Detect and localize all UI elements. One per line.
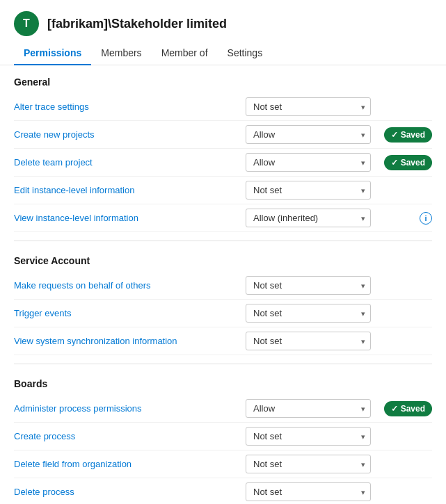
permission-select[interactable]: Not setAllowDenyAllow (inherited)Deny (i… (246, 455, 371, 473)
permission-label[interactable]: Trigger events (14, 308, 240, 318)
permission-select[interactable]: Not setAllowDenyAllow (inherited)Deny (i… (246, 427, 371, 446)
page-title: [fabrikam]\Stakeholder limited (47, 17, 227, 31)
permission-label[interactable]: Delete team project (14, 157, 240, 168)
nav-tabs: PermissionsMembersMember ofSettings (0, 42, 446, 65)
permission-label[interactable]: Delete process (14, 487, 240, 497)
permission-select[interactable]: Not setAllowDenyAllow (inherited)Deny (i… (246, 181, 371, 200)
permission-select-wrapper: Not setAllowDenyAllow (inherited)Deny (i… (246, 399, 371, 418)
check-icon: ✓ (391, 158, 398, 168)
permission-row: Alter trace settingsNot setAllowDenyAllo… (14, 93, 432, 121)
permission-select-wrapper: Not setAllowDenyAllow (inherited)Deny (i… (246, 482, 371, 501)
permission-select-wrapper: Not setAllowDenyAllow (inherited)Deny (i… (246, 97, 371, 116)
permission-label[interactable]: Create new projects (14, 129, 240, 140)
permission-select-wrapper: Not setAllowDenyAllow (inherited)Deny (i… (246, 153, 371, 172)
permission-select-wrapper: Not setAllowDenyAllow (inherited)Deny (i… (246, 455, 371, 473)
permission-row: Administer process permissionsNot setAll… (14, 395, 432, 423)
permission-row: Create new projectsNot setAllowDenyAllow… (14, 121, 432, 149)
permission-select[interactable]: Not setAllowDenyAllow (inherited)Deny (i… (246, 153, 371, 172)
tab-permissions[interactable]: Permissions (14, 42, 91, 65)
check-icon: ✓ (391, 130, 398, 140)
permission-row: View instance-level informationNot setAl… (14, 204, 432, 232)
section-boards: BoardsAdminister process permissionsNot … (14, 378, 432, 504)
permission-row: Delete team projectNot setAllowDenyAllow… (14, 149, 432, 177)
permission-row: View system synchronization informationN… (14, 327, 432, 355)
tab-member-of[interactable]: Member of (152, 42, 218, 65)
saved-badge: ✓Saved (384, 155, 432, 170)
permission-select[interactable]: Not setAllowDenyAllow (inherited)Deny (i… (246, 209, 371, 227)
saved-label: Saved (401, 158, 425, 168)
permission-label[interactable]: Alter trace settings (14, 101, 240, 112)
saved-label: Saved (401, 404, 425, 414)
row-action: ✓Saved (376, 127, 432, 143)
check-icon: ✓ (391, 404, 398, 414)
permission-label[interactable]: View system synchronization information (14, 336, 240, 346)
permission-row: Create processNot setAllowDenyAllow (inh… (14, 423, 432, 450)
permission-select-wrapper: Not setAllowDenyAllow (inherited)Deny (i… (246, 276, 371, 295)
permission-select[interactable]: Not setAllowDenyAllow (inherited)Deny (i… (246, 304, 371, 323)
permission-label[interactable]: Edit instance-level information (14, 185, 240, 195)
permission-select[interactable]: Not setAllowDenyAllow (inherited)Deny (i… (246, 125, 371, 144)
permission-select-wrapper: Not setAllowDenyAllow (inherited)Deny (i… (246, 427, 371, 446)
avatar: T (14, 11, 39, 36)
section-title: General (14, 76, 432, 88)
section-title: Service Account (14, 255, 432, 266)
permission-select[interactable]: Not setAllowDenyAllow (inherited)Deny (i… (246, 276, 371, 295)
permission-row: Edit instance-level informationNot setAl… (14, 177, 432, 204)
permission-select-wrapper: Not setAllowDenyAllow (inherited)Deny (i… (246, 304, 371, 323)
section-title: Boards (14, 378, 432, 389)
permission-row: Trigger eventsNot setAllowDenyAllow (inh… (14, 300, 432, 327)
section-service-account: Service AccountMake requests on behalf o… (14, 255, 432, 364)
permission-label[interactable]: Delete field from organization (14, 459, 240, 469)
permission-select[interactable]: Not setAllowDenyAllow (inherited)Deny (i… (246, 482, 371, 501)
saved-badge: ✓Saved (384, 127, 432, 143)
permission-select[interactable]: Not setAllowDenyAllow (inherited)Deny (i… (246, 399, 371, 418)
permission-row: Delete field from organizationNot setAll… (14, 450, 432, 478)
info-icon[interactable]: i (420, 212, 432, 225)
row-action: ✓Saved (376, 155, 432, 170)
row-action: ✓Saved (376, 401, 432, 416)
tab-settings[interactable]: Settings (218, 42, 273, 65)
permission-label[interactable]: Make requests on behalf of others (14, 280, 240, 291)
permission-select-wrapper: Not setAllowDenyAllow (inherited)Deny (i… (246, 209, 371, 227)
saved-badge: ✓Saved (384, 401, 432, 416)
page-header: T [fabrikam]\Stakeholder limited (0, 0, 446, 42)
permission-row: Delete processNot setAllowDenyAllow (inh… (14, 478, 432, 504)
permission-label[interactable]: Administer process permissions (14, 403, 240, 414)
main-content: GeneralAlter trace settingsNot setAllowD… (0, 65, 446, 504)
permission-select[interactable]: Not setAllowDenyAllow (inherited)Deny (i… (246, 332, 371, 350)
permission-label[interactable]: View instance-level information (14, 213, 240, 223)
section-divider (14, 241, 432, 241)
saved-label: Saved (401, 130, 425, 140)
section-general: GeneralAlter trace settingsNot setAllowD… (14, 76, 432, 241)
permission-label[interactable]: Create process (14, 431, 240, 441)
permission-select-wrapper: Not setAllowDenyAllow (inherited)Deny (i… (246, 181, 371, 200)
permission-row: Make requests on behalf of othersNot set… (14, 272, 432, 300)
permission-select-wrapper: Not setAllowDenyAllow (inherited)Deny (i… (246, 332, 371, 350)
section-divider (14, 364, 432, 364)
permission-select[interactable]: Not setAllowDenyAllow (inherited)Deny (i… (246, 97, 371, 116)
permission-select-wrapper: Not setAllowDenyAllow (inherited)Deny (i… (246, 125, 371, 144)
row-action: i (376, 212, 432, 225)
tab-members[interactable]: Members (91, 42, 151, 65)
